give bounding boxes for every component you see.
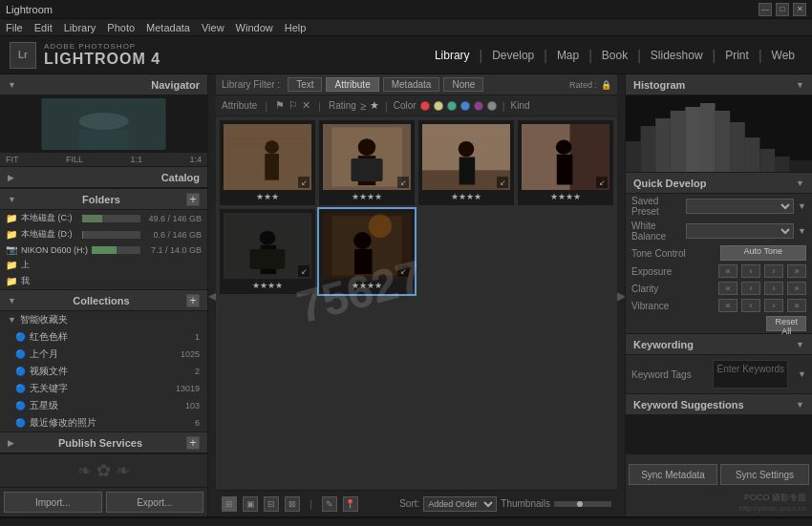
- collections-add-button[interactable]: +: [186, 294, 200, 307]
- close-button[interactable]: ✕: [793, 3, 806, 16]
- vibrance-minus[interactable]: ‹: [741, 299, 760, 312]
- view-grid-button[interactable]: ⊞: [222, 496, 237, 512]
- nav-1-1[interactable]: 1:1: [130, 155, 142, 164]
- wb-arrow[interactable]: ▼: [798, 226, 806, 236]
- menu-item-window[interactable]: Window: [236, 22, 273, 33]
- menu-item-edit[interactable]: Edit: [34, 22, 53, 33]
- exposure-minus-minus[interactable]: «: [718, 264, 737, 278]
- nav-item-map[interactable]: Map: [549, 47, 587, 64]
- collection-item-red[interactable]: 🔵 红色色样 1: [0, 328, 207, 346]
- collection-item-nokw[interactable]: 🔵 无关键字 13019: [0, 380, 207, 397]
- color-dot-gray[interactable]: [487, 101, 497, 111]
- exposure-plus-plus[interactable]: »: [787, 264, 806, 278]
- export-button[interactable]: Export...: [106, 492, 204, 513]
- menu-item-metadata[interactable]: Metadata: [146, 22, 190, 33]
- nav-1-4[interactable]: 1:4: [189, 155, 202, 164]
- photo-cell-3[interactable]: ↙ ★★★★: [418, 120, 514, 205]
- color-dot-blue[interactable]: [460, 101, 470, 111]
- collection-item-recent[interactable]: 🔵 最近修改的照片 6: [0, 414, 207, 431]
- minimize-button[interactable]: —: [759, 3, 772, 16]
- sort-select[interactable]: Added Order Capture Time File Name: [423, 496, 497, 512]
- photo-cell-6[interactable]: ↙ ★★★★: [319, 209, 415, 294]
- nav-item-library[interactable]: Library: [427, 47, 478, 64]
- view-compare-button[interactable]: ⊟: [264, 496, 279, 512]
- folder-item-h[interactable]: 📷 NIKON D600 (H:) 7.1 / 14.0 GB: [0, 242, 207, 257]
- maximize-button[interactable]: □: [776, 3, 789, 16]
- collection-name-red: 红色色样: [30, 330, 68, 344]
- clarity-minus-minus[interactable]: «: [718, 282, 737, 295]
- menu-item-help[interactable]: Help: [285, 22, 307, 33]
- exposure-plus[interactable]: ›: [764, 264, 783, 278]
- clarity-minus[interactable]: ‹: [741, 282, 760, 295]
- filter-none-button[interactable]: None: [443, 77, 483, 92]
- color-dot-green[interactable]: [447, 101, 457, 111]
- folders-add-button[interactable]: +: [186, 193, 200, 206]
- thumbnail-slider[interactable]: [554, 501, 611, 507]
- nav-fit[interactable]: FIT: [6, 155, 19, 164]
- nav-item-book[interactable]: Book: [594, 47, 635, 64]
- unflag-icon[interactable]: ⚐: [288, 99, 298, 112]
- photo-cell-2[interactable]: ↙ ★★★★: [319, 120, 415, 205]
- auto-tone-button[interactable]: Auto Tone: [720, 245, 807, 261]
- color-dot-purple[interactable]: [474, 101, 483, 111]
- folder-item-c[interactable]: 📁 本地磁盘 (C:) 49.6 / 146 GB: [0, 210, 207, 226]
- keywording-header[interactable]: Keywording ▼: [626, 334, 812, 355]
- nav-item-web[interactable]: Web: [764, 47, 802, 64]
- quick-develop-header[interactable]: Quick Develop ▼: [626, 173, 812, 194]
- sync-settings-button[interactable]: Sync Settings: [720, 464, 809, 485]
- keyword-suggestions-header[interactable]: Keyword Suggestions ▼: [626, 394, 812, 415]
- clarity-plus[interactable]: ›: [764, 282, 783, 295]
- menu-item-library[interactable]: Library: [64, 22, 96, 33]
- saved-preset-select[interactable]: [686, 199, 794, 214]
- filter-metadata-button[interactable]: Metadata: [383, 77, 440, 92]
- sync-metadata-button[interactable]: Sync Metadata: [629, 464, 717, 485]
- view-loupe-button[interactable]: ▣: [243, 496, 258, 512]
- photo-cell-4[interactable]: ↙ ★★★★: [518, 120, 613, 205]
- folder-item-me[interactable]: 📁 我: [0, 273, 207, 289]
- publish-add-button[interactable]: +: [186, 436, 200, 450]
- menu-item-photo[interactable]: Photo: [107, 22, 135, 33]
- clarity-plus-plus[interactable]: »: [787, 282, 806, 295]
- filter-text-button[interactable]: Text: [288, 77, 322, 92]
- nav-fill[interactable]: FILL: [66, 155, 83, 164]
- menu-item-file[interactable]: File: [6, 22, 23, 33]
- folder-item-top[interactable]: 📁 上: [0, 257, 207, 273]
- right-panel-handle[interactable]: ▶: [617, 74, 625, 516]
- vibrance-minus-minus[interactable]: «: [718, 299, 737, 312]
- color-dot-yellow[interactable]: [434, 101, 443, 111]
- nav-item-print[interactable]: Print: [717, 47, 757, 64]
- histogram-header[interactable]: Histogram ▼: [626, 74, 812, 95]
- navigator-header[interactable]: ▼ Navigator: [0, 74, 207, 95]
- keyword-tags-input[interactable]: Enter Keywords: [713, 360, 788, 389]
- folder-item-d[interactable]: 📁 本地磁盘 (D:) 0.6 / 146 GB: [0, 226, 207, 242]
- view-map-button[interactable]: 📍: [343, 496, 358, 512]
- kw-arrow[interactable]: ▼: [798, 369, 806, 379]
- collection-item-5star[interactable]: 🔵 五星级 103: [0, 397, 207, 414]
- photo-cell-5[interactable]: ↙ ★★★★: [220, 209, 315, 294]
- collections-header[interactable]: ▼ Collections +: [0, 290, 207, 311]
- color-dot-red[interactable]: [420, 101, 430, 111]
- view-survey-button[interactable]: ⊠: [285, 496, 300, 512]
- menu-item-view[interactable]: View: [202, 22, 224, 33]
- collection-group-smart[interactable]: ▼ 智能收藏夹: [0, 311, 207, 328]
- white-balance-select[interactable]: [686, 223, 794, 239]
- nav-item-slideshow[interactable]: Slideshow: [643, 47, 711, 64]
- vibrance-plus[interactable]: ›: [764, 299, 783, 312]
- exposure-minus[interactable]: ‹: [741, 264, 760, 278]
- flag-icon[interactable]: ⚑: [275, 99, 285, 112]
- catalog-header[interactable]: ▶ Catalog: [0, 167, 207, 188]
- preset-arrow[interactable]: ▼: [798, 201, 806, 211]
- filter-attribute-button[interactable]: Attribute: [326, 77, 378, 92]
- publish-header[interactable]: ▶ Publish Services +: [0, 432, 207, 453]
- reset-all-button[interactable]: Reset All: [766, 316, 806, 331]
- collection-item-month[interactable]: 🔵 上个月 1025: [0, 346, 207, 363]
- left-panel-handle[interactable]: ◀: [208, 74, 216, 516]
- vibrance-plus-plus[interactable]: »: [787, 299, 806, 312]
- nav-item-develop[interactable]: Develop: [484, 47, 542, 64]
- folders-header[interactable]: ▼ Folders +: [0, 189, 207, 210]
- photo-cell-1[interactable]: ↙ ★★★: [220, 120, 315, 205]
- view-develop-button[interactable]: ✎: [322, 496, 337, 512]
- import-button[interactable]: Import...: [4, 492, 102, 513]
- rejected-icon[interactable]: ✕: [302, 99, 310, 112]
- collection-item-video[interactable]: 🔵 视频文件 2: [0, 363, 207, 380]
